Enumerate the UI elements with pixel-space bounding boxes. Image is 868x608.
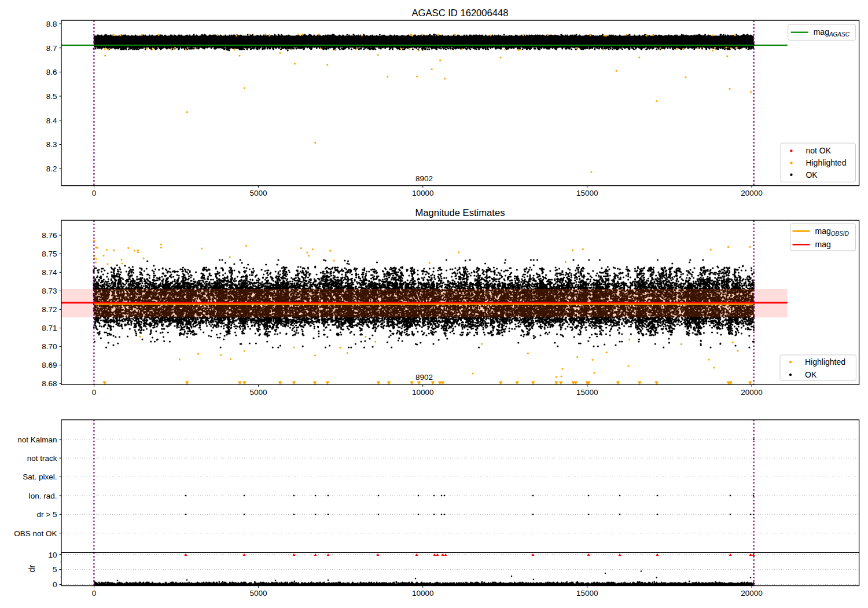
svg-text:15000: 15000 — [576, 589, 598, 598]
svg-text:8.68: 8.68 — [42, 379, 57, 388]
svg-text:5000: 5000 — [250, 189, 267, 197]
svg-text:0: 0 — [92, 189, 97, 197]
svg-text:10000: 10000 — [412, 589, 434, 598]
svg-text:20000: 20000 — [741, 388, 763, 397]
svg-text:Ion. rad.: Ion. rad. — [28, 492, 57, 500]
svg-text:OBS not OK: OBS not OK — [14, 529, 57, 538]
svg-text:Highlighted: Highlighted — [805, 357, 845, 367]
svg-text:AGASC ID 162006448: AGASC ID 162006448 — [412, 8, 509, 19]
svg-text:15000: 15000 — [576, 388, 598, 397]
svg-text:8.7: 8.7 — [46, 44, 57, 53]
svg-text:not Kalman: not Kalman — [17, 435, 57, 444]
svg-text:8.75: 8.75 — [42, 250, 57, 258]
svg-text:8.72: 8.72 — [42, 305, 57, 314]
svg-text:8.69: 8.69 — [42, 361, 57, 369]
svg-text:10000: 10000 — [412, 189, 434, 197]
svg-text:8902: 8902 — [415, 174, 433, 183]
svg-text:20000: 20000 — [741, 189, 763, 197]
svg-text:5: 5 — [53, 565, 57, 574]
svg-text:8.5: 8.5 — [46, 92, 57, 101]
svg-text:5000: 5000 — [250, 388, 267, 397]
svg-text:OK: OK — [805, 370, 817, 379]
svg-text:8.73: 8.73 — [42, 287, 57, 295]
svg-text:20000: 20000 — [741, 589, 763, 598]
svg-text:8.76: 8.76 — [42, 231, 57, 240]
svg-text:8.3: 8.3 — [46, 140, 57, 149]
svg-text:8902: 8902 — [415, 373, 433, 382]
svg-text:8.2: 8.2 — [46, 164, 57, 173]
svg-text:8.6: 8.6 — [46, 68, 57, 76]
svg-text:8.8: 8.8 — [46, 20, 57, 28]
svg-text:8.4: 8.4 — [46, 116, 57, 125]
svg-text:dr > 5: dr > 5 — [37, 510, 57, 519]
svg-text:mag: mag — [815, 240, 831, 249]
svg-text:Magnitude Estimates: Magnitude Estimates — [415, 207, 505, 218]
svg-text:0: 0 — [53, 580, 57, 589]
svg-text:10: 10 — [48, 551, 57, 559]
svg-text:0: 0 — [92, 589, 97, 598]
svg-text:0: 0 — [92, 388, 97, 397]
svg-text:8.71: 8.71 — [42, 324, 57, 332]
svg-text:dr: dr — [27, 565, 36, 572]
svg-text:Highlighted: Highlighted — [806, 158, 846, 167]
svg-text:not track: not track — [27, 454, 57, 463]
svg-text:15000: 15000 — [576, 189, 598, 197]
svg-text:8.74: 8.74 — [42, 268, 57, 277]
svg-text:not OK: not OK — [806, 146, 831, 155]
svg-text:8.70: 8.70 — [42, 342, 57, 351]
svg-text:Sat. pixel.: Sat. pixel. — [23, 473, 57, 481]
svg-text:OK: OK — [806, 170, 818, 180]
svg-text:5000: 5000 — [250, 589, 267, 598]
svg-text:10000: 10000 — [412, 388, 434, 397]
